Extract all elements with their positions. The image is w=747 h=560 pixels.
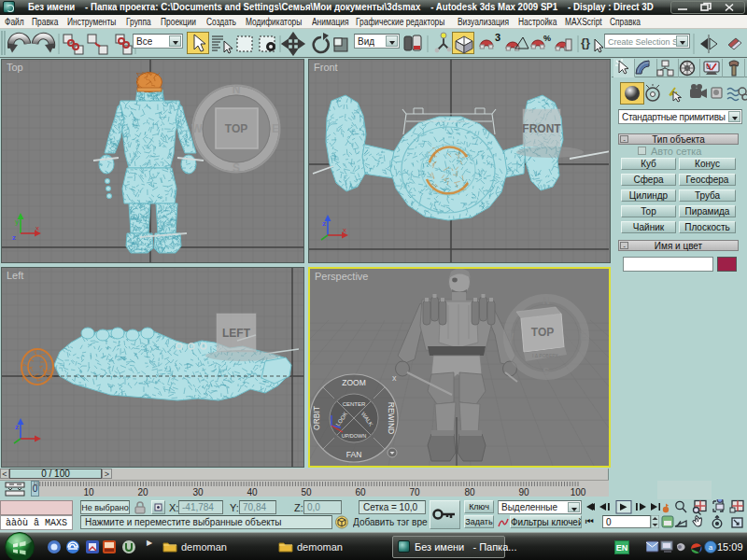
svg-text:z: z: [12, 233, 16, 242]
svg-text:E: E: [272, 122, 279, 135]
svg-text:FAN: FAN: [346, 450, 362, 459]
svg-text:TOP: TOP: [531, 326, 554, 339]
svg-text:E: E: [580, 331, 586, 343]
svg-text:ZOOM: ZOOM: [342, 378, 366, 387]
svg-text:z: z: [322, 219, 326, 228]
svg-text:x: x: [343, 226, 346, 234]
svg-text:%: %: [543, 34, 551, 43]
svg-text:TOP: TOP: [225, 122, 247, 135]
svg-text:S: S: [543, 366, 549, 377]
svg-text:ORBIT: ORBIT: [312, 406, 321, 430]
svg-text:W: W: [191, 122, 203, 135]
svg-text:a: a: [709, 543, 713, 552]
svg-text:REWIND: REWIND: [387, 402, 396, 434]
svg-text:S: S: [233, 161, 240, 175]
svg-text:FRONT: FRONT: [522, 122, 561, 135]
svg-text:CENTER: CENTER: [343, 401, 366, 407]
svg-text:LEFT: LEFT: [222, 327, 251, 340]
svg-text:{}: {}: [581, 35, 590, 49]
svg-text:W: W: [504, 331, 514, 343]
svg-text:UP/DOWN: UP/DOWN: [342, 433, 367, 439]
svg-text:N: N: [543, 295, 550, 306]
svg-text:x: x: [35, 224, 39, 232]
svg-text:z: z: [15, 423, 19, 431]
svg-text:U: U: [706, 63, 711, 70]
svg-text:N: N: [233, 83, 241, 96]
svg-text:x: x: [392, 373, 397, 383]
svg-text:I Δ POBEPX: I Δ POBEPX: [532, 353, 558, 358]
svg-text:3: 3: [495, 32, 500, 43]
svg-text:y: y: [15, 217, 19, 226]
